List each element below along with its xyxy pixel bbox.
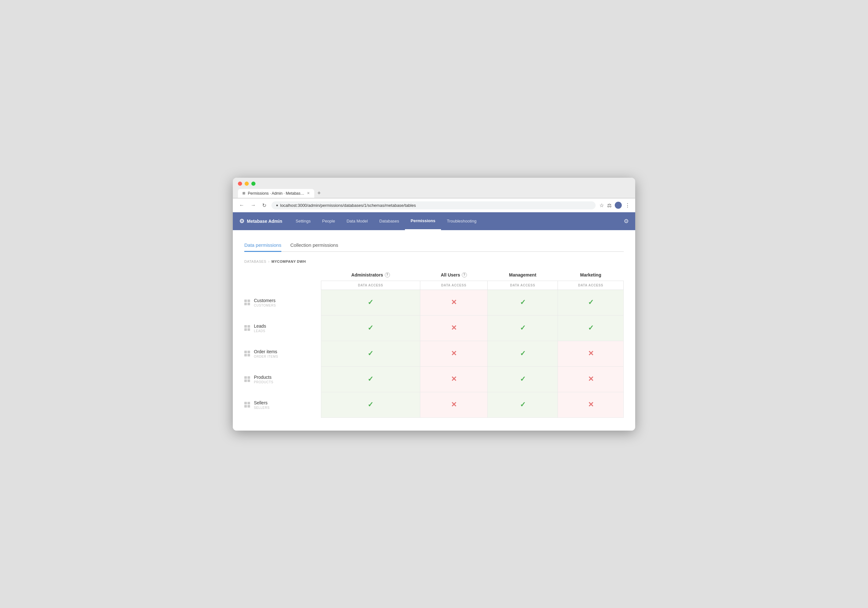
cross-icon: ✕ <box>588 349 594 358</box>
cross-icon: ✕ <box>451 349 457 358</box>
perm-cell-1-2[interactable]: ✓ <box>487 315 558 341</box>
row-label-cell: Customers CUSTOMERS <box>244 289 321 315</box>
lock-icon: ● <box>276 203 278 207</box>
tl-maximize[interactable] <box>251 182 256 186</box>
row-label-cell: Sellers SELLERS <box>244 392 321 417</box>
app-brand: ⚙ Metabase Admin <box>239 218 282 225</box>
table-icon <box>244 376 250 382</box>
new-tab-button[interactable]: + <box>315 190 324 198</box>
cross-icon: ✕ <box>588 401 594 409</box>
perm-cell-0-2[interactable]: ✓ <box>487 289 558 315</box>
check-icon: ✓ <box>588 324 594 332</box>
menu-icon[interactable]: ⋮ <box>625 202 630 208</box>
browser-window: ⊞ Permissions · Admin · Metabas… ✕ + ← →… <box>233 178 635 431</box>
perm-cell-0-1[interactable]: ✕ <box>420 289 488 315</box>
row-sub: LEADS <box>254 329 266 333</box>
page-content: Data permissions Collection permissions … <box>233 230 635 431</box>
check-icon: ✓ <box>367 324 373 332</box>
perm-cell-4-0[interactable]: ✓ <box>321 392 420 417</box>
cross-icon: ✕ <box>451 298 457 306</box>
tab-collection-permissions[interactable]: Collection permissions <box>290 239 338 252</box>
address-box[interactable]: ● localhost:3000/admin/permissions/datab… <box>271 201 595 209</box>
star-icon[interactable]: ☆ <box>600 202 604 208</box>
tl-close[interactable] <box>238 182 242 186</box>
perm-cell-2-1[interactable]: ✕ <box>420 341 488 366</box>
perm-cell-3-0[interactable]: ✓ <box>321 366 420 392</box>
nav-data-model[interactable]: Data Model <box>341 212 373 230</box>
cross-icon: ✕ <box>588 375 594 383</box>
sub-header-row: DATA ACCESS DATA ACCESS DATA ACCESS DATA… <box>244 281 624 289</box>
check-icon: ✓ <box>588 298 594 306</box>
nav-settings[interactable]: Settings <box>290 212 316 230</box>
permissions-body: Customers CUSTOMERS ✓✕✓✓ Leads LEADS ✓✕✓… <box>244 289 624 417</box>
perm-cell-3-2[interactable]: ✓ <box>487 366 558 392</box>
check-icon: ✓ <box>367 298 373 306</box>
sub-header-empty <box>244 281 321 289</box>
tab-data-permissions[interactable]: Data permissions <box>244 239 281 252</box>
perm-cell-4-2[interactable]: ✓ <box>487 392 558 417</box>
tl-minimize[interactable] <box>245 182 249 186</box>
reload-button[interactable]: ↻ <box>261 201 268 210</box>
app-nav: ⚙ Metabase Admin Settings People Data Mo… <box>233 212 635 230</box>
help-icon-administrators[interactable]: ? <box>385 272 390 277</box>
table-icon <box>244 325 250 331</box>
perm-cell-2-3[interactable]: ✕ <box>558 341 624 366</box>
nav-troubleshooting[interactable]: Troubleshooting <box>441 212 482 230</box>
cross-icon: ✕ <box>451 375 457 383</box>
nav-permissions[interactable]: Permissions <box>405 212 441 230</box>
group-label-allusers: All Users <box>441 272 460 277</box>
breadcrumb-current: MYCOMPANY DWH <box>271 260 306 263</box>
breadcrumb-parent[interactable]: DATABASES <box>244 260 267 263</box>
row-name: Products <box>254 375 273 380</box>
group-label-administrators: Administrators <box>351 272 383 277</box>
browser-actions: ☆ ⚖ ⋮ <box>600 202 630 209</box>
sub-header-management: DATA ACCESS <box>487 281 558 289</box>
empty-header <box>244 272 321 281</box>
perm-cell-2-0[interactable]: ✓ <box>321 341 420 366</box>
row-sub: ORDER ITEMS <box>254 355 278 358</box>
row-name: Sellers <box>254 400 270 405</box>
nav-databases[interactable]: Databases <box>374 212 405 230</box>
page-tabs: Data permissions Collection permissions <box>244 239 624 252</box>
perm-cell-0-3[interactable]: ✓ <box>558 289 624 315</box>
back-button[interactable]: ← <box>238 201 246 209</box>
perm-cell-4-1[interactable]: ✕ <box>420 392 488 417</box>
perm-cell-4-3[interactable]: ✕ <box>558 392 624 417</box>
help-icon-allusers[interactable]: ? <box>462 272 467 277</box>
perm-cell-1-1[interactable]: ✕ <box>420 315 488 341</box>
permissions-table: Administrators ? All Users ? <box>244 272 624 418</box>
perm-cell-1-0[interactable]: ✓ <box>321 315 420 341</box>
perm-cell-3-1[interactable]: ✕ <box>420 366 488 392</box>
check-icon: ✓ <box>520 375 525 383</box>
table-row: Order items ORDER ITEMS ✓✕✓✕ <box>244 341 624 366</box>
sub-header-marketing: DATA ACCESS <box>558 281 624 289</box>
profile-icon[interactable] <box>615 202 622 209</box>
tab-title: Permissions · Admin · Metabas… <box>248 191 304 196</box>
row-sub: SELLERS <box>254 406 270 409</box>
group-label-marketing: Marketing <box>580 272 601 277</box>
cross-icon: ✕ <box>451 401 457 409</box>
browser-controls <box>238 182 630 186</box>
forward-button[interactable]: → <box>250 201 257 209</box>
perm-cell-0-0[interactable]: ✓ <box>321 289 420 315</box>
table-row: Products PRODUCTS ✓✕✓✕ <box>244 366 624 392</box>
url-text: localhost:3000/admin/permissions/databas… <box>280 203 416 208</box>
nav-gear-icon[interactable]: ⚙ <box>624 218 629 225</box>
group-header-administrators: Administrators ? <box>321 272 420 281</box>
row-name: Customers <box>254 298 276 303</box>
check-icon: ✓ <box>367 349 373 358</box>
tab-close-button[interactable]: ✕ <box>307 191 310 195</box>
check-icon: ✓ <box>367 401 373 409</box>
group-header-allusers: All Users ? <box>420 272 488 281</box>
extensions-icon[interactable]: ⚖ <box>607 202 612 208</box>
active-tab[interactable]: ⊞ Permissions · Admin · Metabas… ✕ <box>238 189 314 198</box>
sub-header-administrators: DATA ACCESS <box>321 281 420 289</box>
perm-cell-3-3[interactable]: ✕ <box>558 366 624 392</box>
nav-people[interactable]: People <box>316 212 341 230</box>
brand-name: Metabase Admin <box>247 219 282 224</box>
app-nav-items: Settings People Data Model Databases Per… <box>290 212 624 230</box>
check-icon: ✓ <box>520 324 525 332</box>
perm-cell-1-3[interactable]: ✓ <box>558 315 624 341</box>
breadcrumb-separator: › <box>268 260 270 263</box>
perm-cell-2-2[interactable]: ✓ <box>487 341 558 366</box>
